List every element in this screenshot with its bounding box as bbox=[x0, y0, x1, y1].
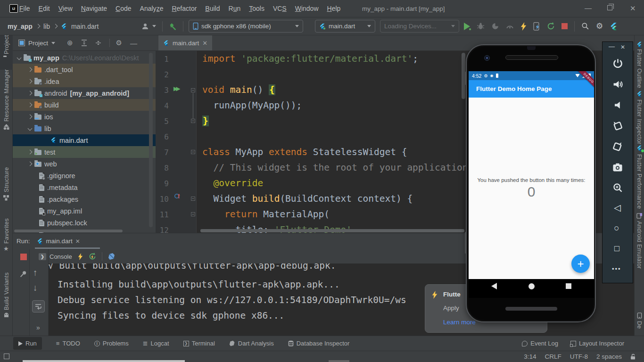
tree-row-gitignore[interactable]: .gitignore bbox=[13, 170, 156, 181]
emulator-power-icon[interactable] bbox=[612, 58, 623, 69]
fold-marker[interactable]: − bbox=[191, 197, 195, 201]
caret-position[interactable]: 3:14 bbox=[524, 353, 536, 360]
fold-marker[interactable]: − bbox=[191, 212, 195, 216]
stripe-device-explorer[interactable]: De bbox=[636, 321, 643, 329]
settings-gear-icon[interactable]: ⚙ bbox=[596, 21, 603, 31]
menu-build[interactable]: Build bbox=[201, 5, 224, 12]
resource-manager-icon[interactable] bbox=[3, 124, 9, 130]
tree-row-main-dart[interactable]: main.dart bbox=[13, 134, 156, 146]
console-tab[interactable]: ❯ Console bbox=[39, 253, 72, 260]
emulator-phone[interactable]: 4:52 ⚙ ◉ Flutter Demo Home Page DEBUG Yo… bbox=[466, 44, 596, 322]
toolwin-logcat[interactable]: ≣Logcat bbox=[143, 340, 169, 347]
emulator-rotate-left-icon[interactable] bbox=[612, 120, 623, 132]
notification-link[interactable]: Learn more bbox=[443, 319, 476, 326]
debug-button[interactable] bbox=[477, 22, 485, 30]
console-hot-restart-icon[interactable] bbox=[89, 253, 96, 260]
favorites-star-icon[interactable]: ★ bbox=[3, 246, 9, 252]
console-hot-reload-icon[interactable] bbox=[78, 253, 83, 260]
code-line-5[interactable]: } bbox=[202, 113, 209, 129]
menu-code[interactable]: Code bbox=[111, 5, 135, 12]
emulator-volume-up-icon[interactable] bbox=[612, 79, 623, 90]
project-panel-title[interactable]: Project bbox=[28, 40, 48, 47]
build-variants-icon[interactable] bbox=[3, 313, 9, 318]
menu-analyze[interactable]: Analyze bbox=[136, 5, 168, 12]
tree-row-web[interactable]: web bbox=[13, 158, 156, 170]
tree-row-ios[interactable]: ios bbox=[13, 111, 156, 123]
lock-icon[interactable] bbox=[630, 354, 636, 360]
scroll-up-icon[interactable]: ↑ bbox=[33, 268, 38, 278]
emulator-screenshot-icon[interactable] bbox=[612, 162, 623, 173]
panel-settings-gear-icon[interactable]: ⚙ bbox=[116, 39, 122, 47]
tab-close-icon[interactable]: ✕ bbox=[202, 40, 207, 47]
toolwin-terminal[interactable]: ❯Terminal bbox=[183, 340, 215, 347]
run-tab-main-dart[interactable]: main.dart ✕ bbox=[34, 233, 83, 249]
profile-button[interactable] bbox=[491, 22, 499, 30]
hot-restart-device-button[interactable] bbox=[533, 22, 540, 31]
run-main-gutter-icon[interactable]: ▶▶ bbox=[173, 85, 178, 92]
menu-run[interactable]: Run bbox=[224, 5, 245, 12]
toolwin-dart-analysis[interactable]: Dart Analysis bbox=[229, 340, 274, 347]
locate-file-icon[interactable]: ⊕ bbox=[67, 39, 73, 47]
menu-view[interactable]: View bbox=[54, 5, 77, 12]
stripe-flutter-outline[interactable]: Flutter Outline bbox=[636, 49, 643, 88]
emulator-zoom-icon[interactable] bbox=[612, 182, 623, 193]
emulator-minimize-icon[interactable]: — bbox=[609, 43, 615, 50]
emulator-close-icon[interactable]: ✕ bbox=[620, 44, 625, 50]
nav-overview-icon[interactable] bbox=[566, 283, 571, 289]
tree-row-build[interactable]: build bbox=[13, 99, 156, 111]
menu-window[interactable]: Window bbox=[291, 5, 323, 12]
collapse-all-icon[interactable] bbox=[95, 40, 101, 46]
stripe-favorites[interactable]: Favorites bbox=[3, 218, 10, 244]
flutter-inspector-icon[interactable] bbox=[636, 91, 643, 97]
override-gutter-icon[interactable] bbox=[174, 192, 181, 200]
encoding[interactable]: UTF-8 bbox=[570, 353, 588, 360]
toolwin-problems[interactable]: !Problems bbox=[94, 340, 129, 347]
device-icon[interactable] bbox=[636, 313, 643, 319]
android-emulator-icon[interactable] bbox=[636, 213, 643, 219]
code-line-1[interactable]: import 'package:flutter/material.dart'; bbox=[202, 51, 418, 66]
expand-all-icon[interactable] bbox=[81, 40, 87, 46]
rerun-stop-icon[interactable] bbox=[20, 254, 27, 260]
hide-panel-icon[interactable]: — bbox=[130, 39, 137, 47]
tree-row-lib[interactable]: lib bbox=[13, 123, 156, 134]
toolwindow-toggle-icon[interactable] bbox=[4, 354, 9, 359]
tree-row-metadata[interactable]: .metadata bbox=[13, 181, 156, 193]
emulator-more-icon[interactable]: ••• bbox=[612, 265, 621, 272]
toolwin-run[interactable]: Run bbox=[13, 337, 42, 350]
tree-row-dart-tool[interactable]: .dart_tool bbox=[13, 64, 156, 75]
stripe-resource-manager[interactable]: Resource Manager bbox=[3, 69, 10, 122]
toolwin-todo[interactable]: ≡TODO bbox=[56, 340, 80, 347]
search-everywhere-icon[interactable] bbox=[581, 22, 589, 30]
flutter-hot-restart-button[interactable] bbox=[547, 22, 555, 30]
emulator-rotate-right-icon[interactable] bbox=[612, 141, 623, 152]
minimize-button[interactable]: — bbox=[585, 4, 592, 12]
stripe-flutter-performance[interactable]: Flutter Performance bbox=[636, 154, 643, 209]
breadcrumb-root[interactable]: my_app bbox=[8, 23, 33, 30]
device-selector[interactable]: sdk gphone x86 (mobile) bbox=[189, 20, 303, 33]
flutter-performance-icon[interactable] bbox=[636, 145, 643, 151]
tree-row-idea[interactable]: .idea bbox=[13, 75, 156, 87]
flutter-devtools-icon[interactable] bbox=[610, 22, 618, 31]
scroll-down-icon[interactable]: ↓ bbox=[33, 283, 38, 293]
editor-horizontal-scrollbar[interactable] bbox=[200, 229, 464, 232]
tab-main-dart[interactable]: main.dart ✕ bbox=[158, 35, 212, 50]
dart-analysis-icon[interactable] bbox=[108, 253, 116, 260]
tree-vertical-scrollbar[interactable] bbox=[149, 53, 153, 227]
build-hammer-icon[interactable] bbox=[169, 22, 177, 30]
menu-help[interactable]: Help bbox=[323, 5, 345, 12]
hot-reload-button[interactable] bbox=[520, 22, 527, 31]
fold-marker[interactable]: − bbox=[191, 88, 195, 92]
breadcrumb-file[interactable]: main.dart bbox=[71, 23, 99, 30]
menu-navigate[interactable]: Navigate bbox=[77, 5, 111, 12]
close-button[interactable]: ✕ bbox=[630, 4, 636, 13]
run-config-selector[interactable]: main.dart bbox=[315, 20, 375, 33]
tree-row-android[interactable]: android [my_app_android] bbox=[13, 87, 156, 99]
emulator-back-icon[interactable]: ◁ bbox=[614, 202, 621, 213]
flutter-outline-icon[interactable] bbox=[636, 41, 643, 48]
line-ending[interactable]: CRLF bbox=[545, 353, 561, 360]
code-line-7[interactable]: class MyApp extends StatelessWidget { bbox=[202, 144, 407, 160]
emulator-overview-icon[interactable]: □ bbox=[614, 244, 619, 254]
emulator-volume-down-icon[interactable] bbox=[612, 99, 623, 111]
code-line-9[interactable]: @override bbox=[202, 175, 263, 191]
fold-marker[interactable]: − bbox=[191, 119, 195, 123]
